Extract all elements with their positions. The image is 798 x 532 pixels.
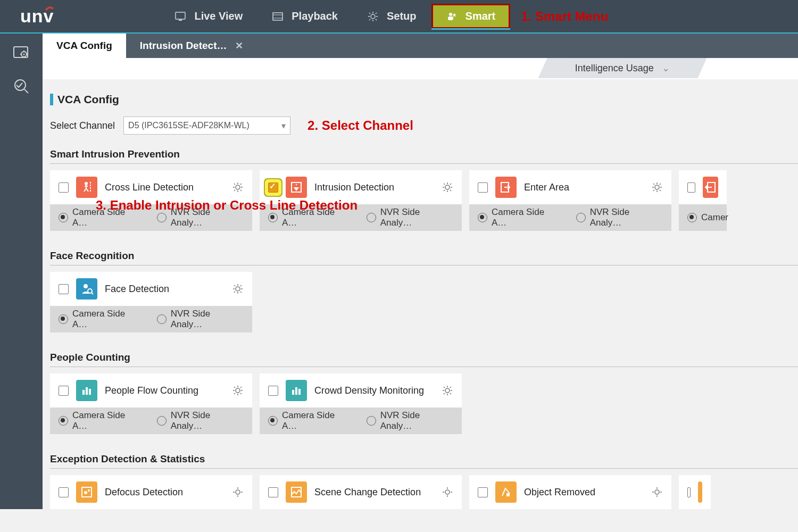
checkbox-crowd-density[interactable] — [268, 386, 278, 396]
object-left-icon — [698, 481, 702, 503]
person-star-icon — [446, 11, 457, 22]
svg-line-10 — [369, 13, 370, 14]
select-channel-value: D5 (IPC3615SE-ADF28KM-WL) — [128, 121, 250, 130]
card-enter-area: Enter Area Camera Side A… NVR Side Analy… — [469, 170, 671, 231]
nav-smart-label: Smart — [466, 10, 496, 22]
monitor-icon — [175, 11, 186, 22]
radio-nvr-side[interactable]: NVR Side Analy… — [157, 410, 244, 431]
radio-nvr-side[interactable]: NVR Side Analy… — [367, 410, 453, 431]
section-face-title: Face Recognition — [50, 250, 798, 262]
radio-nvr-side[interactable]: NVR Side Analy… — [367, 207, 453, 228]
svg-line-94 — [444, 393, 445, 394]
card-object-removed-title: Object Removed — [524, 487, 644, 498]
vca-config-icon[interactable] — [12, 44, 30, 62]
gear-icon[interactable] — [232, 181, 244, 193]
chevron-down-icon: ⌄ — [662, 62, 670, 74]
gear-icon[interactable] — [232, 283, 244, 295]
object-removed-icon — [495, 481, 517, 503]
gear-icon[interactable] — [232, 486, 244, 498]
svg-point-96 — [84, 491, 87, 494]
card-leave-area-partial: Camer — [679, 170, 727, 231]
svg-rect-84 — [295, 387, 297, 395]
svg-point-98 — [236, 490, 240, 494]
nav-playback[interactable]: Playback — [257, 4, 353, 29]
brand-text: unv — [20, 6, 54, 27]
checkbox-enter-area[interactable] — [478, 182, 488, 193]
card-defocus-title: Defocus Detection — [105, 487, 225, 498]
svg-line-35 — [240, 184, 242, 185]
svg-rect-2 — [273, 13, 282, 20]
gear-icon[interactable] — [442, 486, 453, 498]
checkbox-scene-change[interactable] — [268, 487, 278, 497]
intelligence-usage-toggle[interactable]: Intelligence Usage ⌄ — [538, 58, 707, 78]
svg-rect-103 — [292, 487, 301, 497]
svg-point-60 — [88, 289, 92, 293]
radio-camera-side[interactable]: Camer — [687, 212, 728, 223]
checkbox-object-removed[interactable] — [478, 487, 488, 497]
card-scene-change: Scene Change Detection — [260, 475, 462, 509]
tab-vca-config[interactable]: VCA Config — [43, 34, 126, 58]
analytics-search-icon[interactable] — [12, 77, 30, 95]
page-title: VCA Config — [50, 93, 798, 106]
svg-line-68 — [240, 292, 242, 293]
checkbox-leave-area[interactable] — [687, 182, 695, 193]
nav-smart[interactable]: Smart — [431, 4, 511, 29]
svg-point-104 — [445, 490, 450, 494]
svg-line-36 — [234, 190, 235, 191]
svg-rect-109 — [506, 493, 510, 496]
card-face-detection-title: Face Detection — [105, 284, 225, 295]
radio-camera-side[interactable]: Camera Side A… — [478, 207, 561, 228]
gear-icon[interactable] — [651, 181, 663, 193]
svg-line-57 — [653, 190, 654, 191]
svg-line-44 — [444, 184, 445, 185]
page-title-text: VCA Config — [57, 93, 119, 106]
svg-line-46 — [450, 184, 451, 185]
radio-camera-side[interactable]: Camera Side A… — [59, 309, 142, 330]
svg-line-67 — [234, 285, 235, 286]
gear-icon[interactable] — [442, 181, 453, 193]
film-icon — [272, 11, 283, 22]
svg-line-13 — [369, 19, 370, 20]
radio-nvr-side[interactable]: NVR Side Analy… — [576, 207, 663, 228]
nav-live-view[interactable]: Live View — [160, 4, 257, 29]
tab-intrusion-detection[interactable]: Intrusion Detect… ✕ — [126, 34, 257, 58]
radio-nvr-side[interactable]: NVR Side Analy… — [157, 309, 244, 330]
svg-line-55 — [660, 190, 661, 191]
gear-icon[interactable] — [651, 486, 663, 498]
nav-setup[interactable]: Setup — [353, 4, 431, 29]
card-scene-title: Scene Change Detection — [314, 487, 434, 498]
select-channel-dropdown[interactable]: D5 (IPC3615SE-ADF28KM-WL) ▾ — [123, 117, 290, 135]
card-defocus: Defocus Detection — [50, 475, 252, 509]
svg-point-39 — [445, 185, 450, 189]
section-exception-title: Exception Detection & Statistics — [50, 453, 798, 465]
checkbox-cross-line[interactable] — [59, 182, 69, 193]
svg-line-61 — [92, 293, 93, 294]
svg-line-25 — [24, 89, 28, 93]
svg-point-74 — [236, 388, 240, 393]
svg-line-93 — [450, 387, 451, 388]
gear-icon[interactable] — [232, 385, 244, 396]
svg-rect-15 — [448, 16, 453, 20]
svg-marker-16 — [452, 13, 456, 17]
checkbox-defocus[interactable] — [59, 487, 69, 497]
svg-rect-0 — [176, 12, 185, 19]
close-icon[interactable]: ✕ — [235, 40, 243, 52]
annotation-1: 1. Smart Menu — [521, 9, 608, 24]
radio-camera-side[interactable]: Camera Side A… — [268, 410, 352, 431]
radio-camera-side[interactable]: Camera Side A… — [59, 410, 142, 431]
annotation-2: 2. Select Channel — [307, 118, 413, 133]
svg-point-86 — [445, 388, 450, 393]
left-sidebar — [0, 34, 43, 509]
checkbox-face-detection[interactable] — [59, 284, 69, 294]
checkbox-people-flow[interactable] — [59, 386, 69, 396]
bar-chart-icon — [76, 380, 97, 401]
brand-logo: unv — [16, 6, 54, 27]
gear-icon — [368, 11, 378, 22]
card-people-flow-title: People Flow Counting — [105, 385, 225, 396]
gear-icon[interactable] — [442, 385, 453, 396]
checkbox-partial[interactable] — [687, 487, 691, 497]
checkbox-intrusion[interactable] — [268, 182, 278, 193]
svg-point-59 — [84, 284, 88, 288]
card-face-detection: Face Detection Camera Side A… NVR Side A… — [50, 272, 252, 332]
svg-line-79 — [234, 387, 235, 388]
